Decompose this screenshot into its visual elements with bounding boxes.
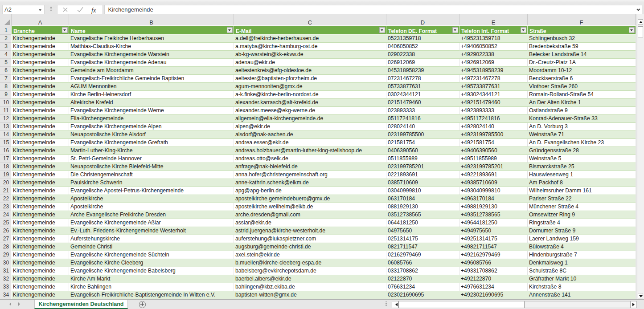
svg-text:fx: fx (91, 7, 96, 14)
